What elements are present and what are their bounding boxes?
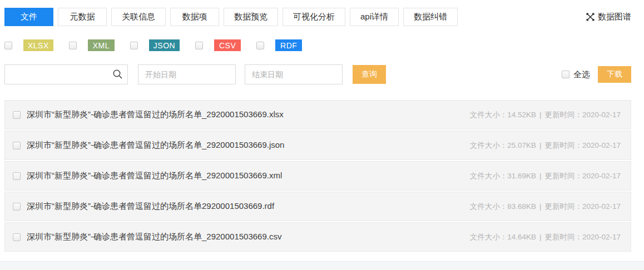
file-checkbox[interactable] (13, 111, 21, 119)
file-name: 深圳市“新型肺炎”-确诊患者曾逗留过的场所名单_2920001503669.xl… (27, 109, 284, 120)
search-toolbar: 查询 全选 下载 (4, 64, 631, 84)
tab-data-correction[interactable]: 数据纠错 (403, 8, 458, 26)
file-row: 深圳市“新型肺炎”-确诊患者曾逗留过的场所名单_2920001503669.js… (4, 131, 631, 160)
start-date-input[interactable] (138, 64, 236, 84)
file-list: 深圳市“新型肺炎”-确诊患者曾逗留过的场所名单_2920001503669.xl… (4, 100, 631, 252)
filter-json[interactable]: JSON (130, 39, 180, 51)
file-checkbox[interactable] (13, 142, 21, 149)
select-all-checkbox[interactable] (562, 71, 569, 78)
file-meta: 文件大小：14.52KB|更新时间：2020-02-17 (470, 110, 621, 120)
csv-badge: CSV (214, 39, 241, 51)
file-checkbox[interactable] (13, 172, 21, 180)
filter-csv[interactable]: CSV (195, 39, 241, 51)
download-button[interactable]: 下载 (598, 66, 631, 83)
select-all[interactable]: 全选 (562, 69, 590, 80)
search-icon[interactable] (112, 69, 123, 82)
file-row: 深圳市“新型肺炎”-确诊患者曾逗留过的场所名单_2920001503669.cs… (4, 222, 631, 252)
file-meta: 文件大小：83.68KB|更新时间：2020-02-17 (470, 202, 621, 212)
tab-bar: 文件 元数据 关联信息 数据项 数据预览 可视化分析 api详情 数据纠错 (4, 8, 631, 26)
file-updated: 2020-02-17 (582, 141, 621, 149)
data-graph-link[interactable]: 数据图谱 (586, 12, 631, 22)
footer-band (0, 261, 644, 270)
file-name: 深圳市“新型肺炎”-确诊患者曾逗留过的场所名单_2920001503669.js… (27, 140, 284, 151)
tab-api-details[interactable]: api详情 (350, 8, 399, 26)
tab-files[interactable]: 文件 (4, 8, 53, 26)
file-updated: 2020-02-17 (582, 172, 621, 180)
data-graph-label: 数据图谱 (598, 12, 631, 22)
tab-related-info[interactable]: 关联信息 (111, 8, 166, 26)
file-name: 深圳市“新型肺炎”-确诊患者曾逗留过的场所名单_2920001503669.cs… (27, 232, 281, 242)
filter-rdf[interactable]: RDF (256, 39, 302, 51)
file-size: 14.52KB (507, 111, 536, 119)
file-row: 深圳市“新型肺炎”-确诊患者曾逗留过的场所名单_2920001503669.xl… (4, 100, 631, 129)
json-badge: JSON (149, 39, 180, 51)
graph-icon (586, 13, 595, 21)
file-size: 83.68KB (507, 202, 536, 211)
tabs-nav: 文件 元数据 关联信息 数据项 数据预览 可视化分析 api详情 数据纠错 (4, 8, 458, 26)
json-checkbox[interactable] (130, 42, 138, 49)
file-row: 深圳市“新型肺炎”-确诊患者曾逗留过的场所名单_2920001503669.xm… (4, 161, 631, 191)
search-box (4, 64, 128, 84)
file-size: 14.64KB (507, 233, 536, 241)
file-size: 31.69KB (507, 172, 536, 180)
file-updated: 2020-02-17 (582, 202, 621, 211)
file-checkbox[interactable] (13, 203, 21, 211)
xml-checkbox[interactable] (69, 42, 77, 49)
xml-badge: XML (88, 39, 115, 51)
tab-metadata[interactable]: 元数据 (58, 8, 107, 26)
rdf-checkbox[interactable] (256, 42, 264, 49)
tab-data-items[interactable]: 数据项 (170, 8, 219, 26)
file-name: 深圳市“新型肺炎”-确诊患者曾逗留过的场所名单2920001503669.rdf (27, 201, 274, 212)
tab-data-preview[interactable]: 数据预览 (224, 8, 278, 26)
xlsx-checkbox[interactable] (4, 42, 12, 49)
file-size: 25.07KB (507, 141, 536, 149)
file-updated: 2020-02-17 (582, 111, 621, 119)
file-row: 深圳市“新型肺炎”-确诊患者曾逗留过的场所名单2920001503669.rdf… (4, 192, 631, 221)
file-meta: 文件大小：14.64KB|更新时间：2020-02-17 (470, 232, 621, 242)
filter-xml[interactable]: XML (69, 39, 115, 51)
file-meta: 文件大小：31.69KB|更新时间：2020-02-17 (470, 171, 621, 181)
file-checkbox[interactable] (13, 233, 21, 241)
tab-visual-analysis[interactable]: 可视化分析 (283, 8, 345, 26)
main-panel: 文件 元数据 关联信息 数据项 数据预览 可视化分析 api详情 数据纠错 (0, 0, 644, 252)
file-name: 深圳市“新型肺炎”-确诊患者曾逗留过的场所名单_2920001503669.xm… (27, 171, 282, 181)
select-all-label: 全选 (573, 69, 590, 80)
rdf-badge: RDF (275, 39, 302, 51)
file-meta: 文件大小：25.07KB|更新时间：2020-02-17 (470, 141, 621, 151)
csv-checkbox[interactable] (195, 42, 203, 49)
format-filter-row: XLSX XML JSON CSV RDF (4, 39, 631, 51)
xlsx-badge: XLSX (23, 39, 53, 51)
end-date-input[interactable] (245, 64, 343, 84)
file-updated: 2020-02-17 (582, 233, 621, 241)
search-input[interactable] (4, 64, 128, 84)
filter-xlsx[interactable]: XLSX (4, 39, 53, 51)
query-button[interactable]: 查询 (353, 65, 386, 84)
